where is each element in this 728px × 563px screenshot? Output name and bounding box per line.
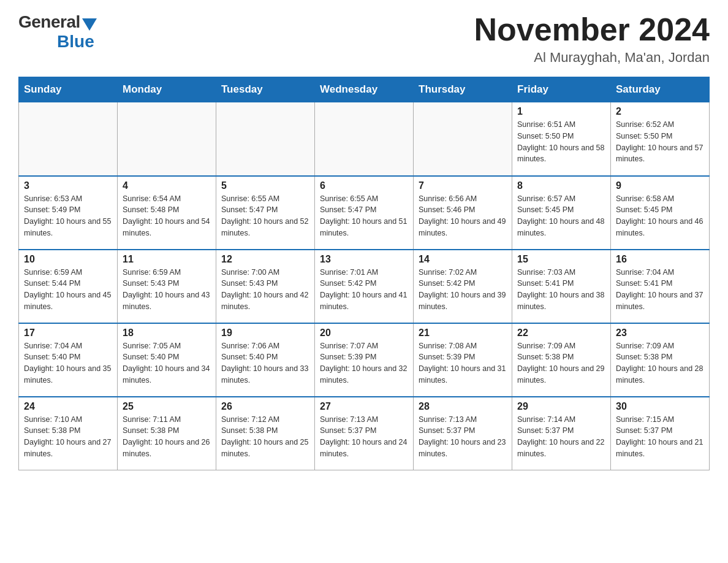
- calendar-weekday-thursday: Thursday: [414, 77, 512, 102]
- calendar-weekday-wednesday: Wednesday: [315, 77, 414, 102]
- day-number: 6: [320, 180, 408, 191]
- day-info: Sunrise: 7:07 AMSunset: 5:39 PMDaylight:…: [320, 340, 408, 386]
- day-number: 11: [123, 254, 211, 265]
- day-info: Sunrise: 7:13 AMSunset: 5:37 PMDaylight:…: [419, 414, 507, 460]
- calendar-cell: 10Sunrise: 6:59 AMSunset: 5:44 PMDayligh…: [19, 250, 118, 323]
- calendar-week-row: 1Sunrise: 6:51 AMSunset: 5:50 PMDaylight…: [19, 102, 710, 176]
- day-number: 13: [320, 254, 408, 265]
- day-number: 10: [24, 254, 112, 265]
- day-number: 4: [123, 180, 211, 191]
- calendar-weekday-sunday: Sunday: [19, 77, 118, 102]
- calendar-cell: 28Sunrise: 7:13 AMSunset: 5:37 PMDayligh…: [414, 397, 512, 470]
- day-number: 14: [419, 254, 507, 265]
- day-info: Sunrise: 6:59 AMSunset: 5:43 PMDaylight:…: [123, 267, 211, 313]
- day-number: 23: [616, 327, 704, 339]
- day-info: Sunrise: 7:00 AMSunset: 5:43 PMDaylight:…: [221, 267, 309, 313]
- day-info: Sunrise: 6:54 AMSunset: 5:48 PMDaylight:…: [123, 193, 211, 239]
- calendar-cell: [216, 102, 315, 176]
- day-info: Sunrise: 6:51 AMSunset: 5:50 PMDaylight:…: [517, 119, 605, 165]
- logo-blue-text: Blue: [57, 32, 94, 52]
- calendar-cell: 1Sunrise: 6:51 AMSunset: 5:50 PMDaylight…: [512, 102, 611, 176]
- logo-triangle-icon: [82, 18, 97, 31]
- day-number: 12: [221, 254, 309, 265]
- calendar-weekday-tuesday: Tuesday: [216, 77, 315, 102]
- day-info: Sunrise: 7:04 AMSunset: 5:40 PMDaylight:…: [24, 340, 112, 386]
- logo-general-text: General: [18, 12, 80, 32]
- day-info: Sunrise: 7:04 AMSunset: 5:41 PMDaylight:…: [616, 267, 704, 313]
- calendar-cell: 12Sunrise: 7:00 AMSunset: 5:43 PMDayligh…: [216, 250, 315, 323]
- calendar-cell: 14Sunrise: 7:02 AMSunset: 5:42 PMDayligh…: [414, 250, 512, 323]
- calendar-week-row: 24Sunrise: 7:10 AMSunset: 5:38 PMDayligh…: [19, 397, 710, 470]
- calendar-weekday-monday: Monday: [118, 77, 216, 102]
- day-info: Sunrise: 7:03 AMSunset: 5:41 PMDaylight:…: [517, 267, 605, 313]
- calendar-weekday-friday: Friday: [512, 77, 611, 102]
- day-info: Sunrise: 7:12 AMSunset: 5:38 PMDaylight:…: [221, 414, 309, 460]
- day-info: Sunrise: 7:06 AMSunset: 5:40 PMDaylight:…: [221, 340, 309, 386]
- day-info: Sunrise: 6:53 AMSunset: 5:49 PMDaylight:…: [24, 193, 112, 239]
- calendar-cell: 21Sunrise: 7:08 AMSunset: 5:39 PMDayligh…: [414, 323, 512, 397]
- calendar-cell: 13Sunrise: 7:01 AMSunset: 5:42 PMDayligh…: [315, 250, 414, 323]
- location-subtitle: Al Murayghah, Ma'an, Jordan: [474, 50, 710, 66]
- calendar-cell: 25Sunrise: 7:11 AMSunset: 5:38 PMDayligh…: [118, 397, 216, 470]
- day-info: Sunrise: 6:55 AMSunset: 5:47 PMDaylight:…: [221, 193, 309, 239]
- calendar-cell: 4Sunrise: 6:54 AMSunset: 5:48 PMDaylight…: [118, 176, 216, 250]
- day-number: 9: [616, 180, 704, 191]
- calendar-cell: 8Sunrise: 6:57 AMSunset: 5:45 PMDaylight…: [512, 176, 611, 250]
- calendar-cell: 20Sunrise: 7:07 AMSunset: 5:39 PMDayligh…: [315, 323, 414, 397]
- day-info: Sunrise: 7:05 AMSunset: 5:40 PMDaylight:…: [123, 340, 211, 386]
- title-block: November 2024 Al Murayghah, Ma'an, Jorda…: [474, 12, 710, 66]
- day-number: 24: [24, 401, 112, 412]
- day-number: 21: [419, 327, 507, 339]
- day-number: 3: [24, 180, 112, 191]
- calendar-cell: [118, 102, 216, 176]
- day-info: Sunrise: 7:08 AMSunset: 5:39 PMDaylight:…: [419, 340, 507, 386]
- day-number: 2: [616, 106, 704, 117]
- calendar-cell: 16Sunrise: 7:04 AMSunset: 5:41 PMDayligh…: [611, 250, 710, 323]
- day-number: 28: [419, 401, 507, 412]
- day-number: 20: [320, 327, 408, 339]
- day-info: Sunrise: 6:58 AMSunset: 5:45 PMDaylight:…: [616, 193, 704, 239]
- day-number: 17: [24, 327, 112, 339]
- day-number: 8: [517, 180, 605, 191]
- day-number: 18: [123, 327, 211, 339]
- day-number: 29: [517, 401, 605, 412]
- calendar-cell: 26Sunrise: 7:12 AMSunset: 5:38 PMDayligh…: [216, 397, 315, 470]
- calendar-header-row: SundayMondayTuesdayWednesdayThursdayFrid…: [19, 77, 710, 102]
- day-info: Sunrise: 7:14 AMSunset: 5:37 PMDaylight:…: [517, 414, 605, 460]
- calendar-cell: 11Sunrise: 6:59 AMSunset: 5:43 PMDayligh…: [118, 250, 216, 323]
- day-info: Sunrise: 6:56 AMSunset: 5:46 PMDaylight:…: [419, 193, 507, 239]
- calendar-cell: 5Sunrise: 6:55 AMSunset: 5:47 PMDaylight…: [216, 176, 315, 250]
- day-info: Sunrise: 6:55 AMSunset: 5:47 PMDaylight:…: [320, 193, 408, 239]
- day-number: 25: [123, 401, 211, 412]
- day-number: 16: [616, 254, 704, 265]
- calendar-cell: 23Sunrise: 7:09 AMSunset: 5:38 PMDayligh…: [611, 323, 710, 397]
- day-info: Sunrise: 7:15 AMSunset: 5:37 PMDaylight:…: [616, 414, 704, 460]
- calendar-cell: 24Sunrise: 7:10 AMSunset: 5:38 PMDayligh…: [19, 397, 118, 470]
- calendar-cell: 6Sunrise: 6:55 AMSunset: 5:47 PMDaylight…: [315, 176, 414, 250]
- month-title: November 2024: [474, 12, 710, 47]
- day-number: 30: [616, 401, 704, 412]
- day-info: Sunrise: 7:09 AMSunset: 5:38 PMDaylight:…: [517, 340, 605, 386]
- day-info: Sunrise: 7:13 AMSunset: 5:37 PMDaylight:…: [320, 414, 408, 460]
- calendar-cell: [315, 102, 414, 176]
- logo: General Blue: [18, 12, 97, 52]
- calendar-week-row: 10Sunrise: 6:59 AMSunset: 5:44 PMDayligh…: [19, 250, 710, 323]
- day-info: Sunrise: 7:01 AMSunset: 5:42 PMDaylight:…: [320, 267, 408, 313]
- calendar-cell: 29Sunrise: 7:14 AMSunset: 5:37 PMDayligh…: [512, 397, 611, 470]
- calendar-cell: 2Sunrise: 6:52 AMSunset: 5:50 PMDaylight…: [611, 102, 710, 176]
- calendar-cell: 27Sunrise: 7:13 AMSunset: 5:37 PMDayligh…: [315, 397, 414, 470]
- calendar-cell: 17Sunrise: 7:04 AMSunset: 5:40 PMDayligh…: [19, 323, 118, 397]
- day-number: 15: [517, 254, 605, 265]
- calendar-week-row: 17Sunrise: 7:04 AMSunset: 5:40 PMDayligh…: [19, 323, 710, 397]
- day-info: Sunrise: 6:57 AMSunset: 5:45 PMDaylight:…: [517, 193, 605, 239]
- day-info: Sunrise: 7:02 AMSunset: 5:42 PMDaylight:…: [419, 267, 507, 313]
- calendar-cell: 3Sunrise: 6:53 AMSunset: 5:49 PMDaylight…: [19, 176, 118, 250]
- day-number: 1: [517, 106, 605, 117]
- calendar-table: SundayMondayTuesdayWednesdayThursdayFrid…: [18, 77, 710, 470]
- calendar-cell: [414, 102, 512, 176]
- calendar-cell: [19, 102, 118, 176]
- day-info: Sunrise: 7:10 AMSunset: 5:38 PMDaylight:…: [24, 414, 112, 460]
- day-number: 22: [517, 327, 605, 339]
- calendar-cell: 9Sunrise: 6:58 AMSunset: 5:45 PMDaylight…: [611, 176, 710, 250]
- calendar-cell: 7Sunrise: 6:56 AMSunset: 5:46 PMDaylight…: [414, 176, 512, 250]
